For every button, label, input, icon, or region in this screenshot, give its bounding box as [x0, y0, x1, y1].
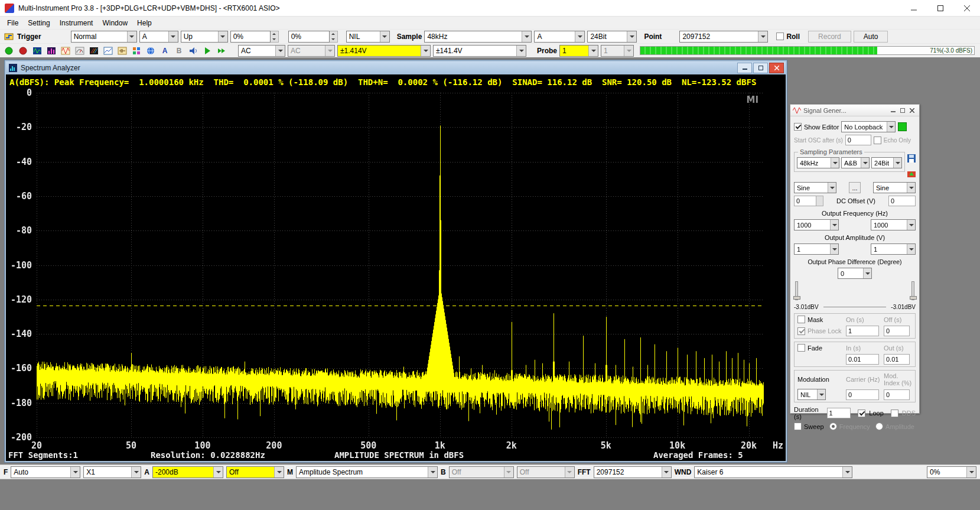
- amplitude-b-select[interactable]: 1: [871, 243, 916, 255]
- dc-offset-a-input[interactable]: 0: [794, 196, 816, 206]
- waveform-b-select[interactable]: Sine: [873, 182, 916, 193]
- slider-handle[interactable]: [910, 296, 917, 300]
- loopback-select[interactable]: No Loopback: [841, 121, 896, 132]
- b-extra-select[interactable]: Off: [517, 466, 575, 478]
- x-zoom-select[interactable]: X1: [83, 466, 141, 478]
- phase-lock-checkbox[interactable]: [797, 327, 805, 335]
- a-range-select[interactable]: -200dB: [152, 466, 223, 478]
- sweep-checkbox[interactable]: [794, 423, 802, 430]
- sweep-frequency-radio[interactable]: [829, 423, 837, 430]
- siggen-minimize-button[interactable]: [888, 106, 898, 115]
- trigger-level-stepper[interactable]: 0%: [230, 31, 279, 43]
- play-icon[interactable]: [201, 45, 213, 57]
- minimize-button[interactable]: [900, 0, 927, 17]
- dds-checkbox[interactable]: [891, 410, 898, 417]
- menu-window[interactable]: Window: [97, 18, 132, 28]
- loop-checkbox[interactable]: [858, 410, 865, 417]
- sample-bits-select[interactable]: 24Bit: [587, 31, 637, 43]
- siggen-bits-select[interactable]: 24Bit: [871, 157, 902, 168]
- run-icon[interactable]: [3, 45, 15, 57]
- amplitude-a-select[interactable]: 1: [794, 243, 839, 255]
- spectrum-analyzer-icon[interactable]: [45, 45, 57, 57]
- echo-only-checkbox[interactable]: [874, 137, 881, 144]
- mask-off-input[interactable]: 0: [884, 326, 910, 336]
- coupling-b-select[interactable]: AC: [288, 45, 335, 57]
- menu-instrument[interactable]: Instrument: [55, 18, 98, 28]
- sample-rate-select[interactable]: 48kHz: [424, 31, 532, 43]
- channel-b-icon[interactable]: B: [173, 45, 185, 57]
- frequency-b-select[interactable]: 1000: [871, 219, 916, 230]
- close-button[interactable]: [953, 0, 980, 17]
- coupling-a-select[interactable]: AC: [238, 45, 285, 57]
- fft-size-select[interactable]: 2097152: [594, 466, 672, 478]
- display-mode-select[interactable]: Amplitude Spectrum: [296, 466, 438, 478]
- auto-button[interactable]: Auto: [854, 31, 888, 43]
- siggen-close-button[interactable]: [907, 106, 917, 115]
- menu-file[interactable]: File: [2, 18, 23, 28]
- spectrum-close-button[interactable]: [769, 63, 784, 73]
- trigger-edge-select[interactable]: Up: [181, 31, 228, 43]
- slider-handle[interactable]: [793, 296, 800, 300]
- open-waveform-icon[interactable]: [907, 169, 916, 180]
- range-b-select[interactable]: ±141.4V: [433, 45, 526, 57]
- speaker-icon[interactable]: [187, 45, 199, 57]
- level-slider-b[interactable]: [911, 281, 914, 300]
- trigger-mode-select[interactable]: Normal: [71, 31, 137, 43]
- level-slider-a[interactable]: [795, 281, 798, 300]
- multimeter-icon[interactable]: [74, 45, 86, 57]
- globe-icon[interactable]: [145, 45, 157, 57]
- waveform-a-select[interactable]: Sine: [794, 182, 836, 193]
- device-test-plan-icon[interactable]: [131, 45, 142, 57]
- siggen-channels-select[interactable]: A&B: [841, 157, 870, 168]
- menu-setting[interactable]: Setting: [23, 18, 54, 28]
- oscilloscope-icon[interactable]: [31, 45, 43, 57]
- data-logger-icon[interactable]: [102, 45, 114, 57]
- lcr-meter-icon[interactable]: [116, 45, 128, 57]
- spectrum-maximize-button[interactable]: [753, 63, 768, 73]
- phase-difference-select[interactable]: 0: [838, 268, 872, 279]
- restart-icon[interactable]: [216, 45, 227, 57]
- menu-help[interactable]: Help: [132, 18, 157, 28]
- dc-offset-b-input[interactable]: 0: [888, 196, 916, 206]
- save-waveform-icon[interactable]: [907, 154, 916, 164]
- trigger-hpf-select[interactable]: NIL: [346, 31, 390, 43]
- roll-checkbox[interactable]: [776, 33, 784, 40]
- fade-out-input[interactable]: 0.01: [884, 354, 910, 365]
- siggen-maximize-button[interactable]: [898, 106, 907, 115]
- a-extra-select[interactable]: Off: [226, 466, 284, 478]
- signal-generator-icon[interactable]: [60, 45, 71, 57]
- mod-index-input[interactable]: 0: [884, 389, 910, 400]
- output-enable-button[interactable]: [898, 122, 907, 131]
- fade-checkbox[interactable]: [797, 344, 805, 352]
- spectrum-plot[interactable]: [6, 89, 786, 455]
- channel-a-icon[interactable]: A: [159, 45, 171, 57]
- probe-b-select[interactable]: 1: [601, 45, 634, 57]
- signal-generator-titlebar[interactable]: Signal Gener...: [790, 105, 919, 116]
- siggen-sample-rate-select[interactable]: 48kHz: [797, 157, 839, 168]
- record-icon[interactable]: [17, 45, 29, 57]
- spectrum-window-titlebar[interactable]: Spectrum Analyzer: [6, 61, 786, 74]
- start-osc-input[interactable]: 0: [845, 135, 871, 145]
- mask-on-input[interactable]: 1: [846, 326, 879, 336]
- show-editor-checkbox[interactable]: [794, 123, 802, 131]
- frequency-a-select[interactable]: 1000: [794, 219, 839, 230]
- probe-a-select[interactable]: 1: [559, 45, 598, 57]
- waveform-library-button[interactable]: ...: [849, 182, 861, 193]
- range-a-select[interactable]: ±1.414V: [337, 45, 431, 57]
- b-range-select[interactable]: Off: [449, 466, 514, 478]
- window-function-select[interactable]: Kaiser 6: [694, 466, 852, 478]
- carrier-input[interactable]: 0: [846, 389, 879, 400]
- modulation-type-select[interactable]: NIL: [797, 389, 826, 400]
- fade-in-input[interactable]: 0.01: [846, 354, 879, 365]
- record-length-select[interactable]: 2097152: [679, 31, 768, 43]
- maximize-button[interactable]: [927, 0, 953, 17]
- mask-checkbox[interactable]: [797, 316, 805, 323]
- duration-input[interactable]: 1: [827, 408, 851, 418]
- overlap-select[interactable]: 0%: [927, 466, 976, 478]
- frequency-axis-select[interactable]: Auto: [11, 466, 80, 478]
- sweep-amplitude-radio[interactable]: [875, 423, 883, 430]
- trigger-source-select[interactable]: A: [139, 31, 178, 43]
- record-button[interactable]: Record: [808, 31, 851, 43]
- spectrum-minimize-button[interactable]: [737, 63, 752, 73]
- trigger-delay-stepper[interactable]: 0%: [288, 31, 338, 43]
